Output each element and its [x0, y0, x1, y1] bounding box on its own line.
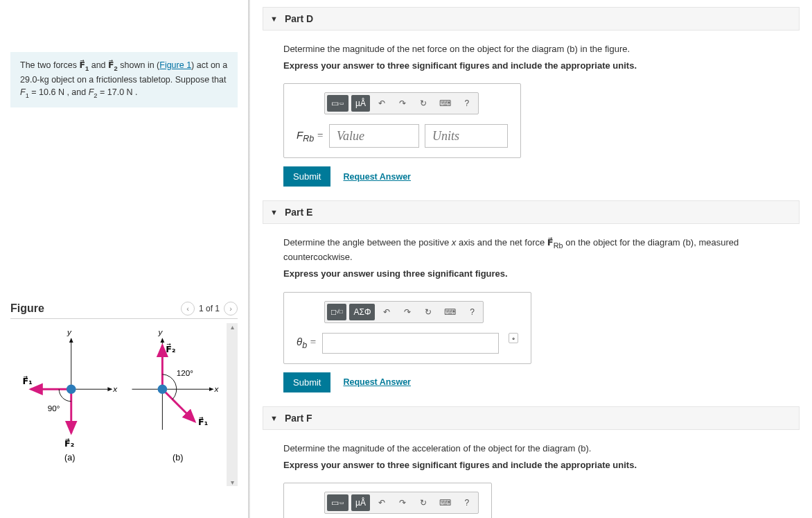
angle-b: 120°: [177, 368, 193, 377]
units-button[interactable]: µÅ: [351, 95, 370, 112]
part-e-submit-button[interactable]: Submit: [283, 372, 330, 392]
reset-button[interactable]: ↻: [419, 304, 437, 320]
part-e-value-input[interactable]: [322, 333, 499, 354]
part-f-answer-box: ▭▭ µÅ ↶ ↷ ↻ ⌨ ?: [283, 483, 492, 518]
redo-button[interactable]: ↷: [394, 494, 412, 511]
redo-button[interactable]: ↷: [394, 95, 412, 112]
figure-link[interactable]: Figure 1: [159, 60, 191, 70]
part-f-title: Part F: [285, 413, 312, 424]
part-e-instruct: Express your answer using three signific…: [283, 268, 793, 280]
label-f1-a: F⃗₁: [23, 376, 33, 386]
svg-point-4: [67, 384, 76, 394]
keyboard-button[interactable]: ⌨: [435, 95, 455, 112]
figure-heading: Figure: [10, 302, 44, 315]
figure-diagram: x y F⃗₁ F⃗₂ 90° (a) x y F⃗₂: [10, 323, 227, 469]
part-e-prompt: Determine the angle between the positive…: [283, 236, 793, 264]
part-d-header[interactable]: ▼ Part D: [263, 7, 800, 31]
part-d-units-input[interactable]: [425, 124, 508, 148]
redo-button[interactable]: ↷: [398, 304, 416, 320]
part-d-instruct: Express your answer to three significant…: [283, 60, 793, 72]
templates-button[interactable]: □√□: [327, 304, 346, 320]
part-e-answer-box: □√□ ΑΣΦ ↶ ↷ ↻ ⌨ ? θb = ∘: [283, 292, 531, 364]
angle-a: 90°: [48, 404, 60, 413]
reset-button[interactable]: ↻: [414, 95, 432, 112]
caret-down-icon: ▼: [270, 414, 278, 422]
svg-point-9: [158, 384, 168, 394]
axis-x-a: x: [112, 384, 118, 393]
part-f-toolbar: ▭▭ µÅ ↶ ↷ ↻ ⌨ ?: [324, 492, 479, 514]
caret-down-icon: ▼: [270, 15, 278, 23]
keyboard-button[interactable]: ⌨: [435, 494, 455, 511]
part-d-request-link[interactable]: Request Answer: [343, 172, 410, 182]
caption-b: (b): [173, 453, 183, 463]
label-f2-a: F⃗₂: [64, 438, 74, 449]
part-f-prompt: Determine the magnitude of the accelerat…: [283, 442, 793, 455]
undo-button[interactable]: ↶: [373, 95, 391, 112]
label-f2-b: F⃗₂: [166, 343, 175, 354]
part-d-title: Part D: [285, 13, 313, 24]
reset-button[interactable]: ↻: [414, 494, 432, 511]
right-panel: ▼ Part D Determine the magnitude of the …: [250, 0, 812, 518]
part-d-var: FRb =: [297, 129, 324, 144]
label-f1-b: F⃗₁: [198, 416, 208, 426]
units-button[interactable]: µÅ: [351, 494, 370, 511]
figure-prev-button[interactable]: ‹: [181, 302, 195, 316]
part-d-toolbar: ▭▭ µÅ ↶ ↷ ↻ ⌨ ?: [324, 92, 479, 114]
problem-statement: The two forces F⃗1 and F⃗2 shown in (Fig…: [10, 52, 238, 107]
keyboard-button[interactable]: ⌨: [440, 304, 460, 320]
part-f-header[interactable]: ▼ Part F: [263, 406, 800, 430]
part-e-header[interactable]: ▼ Part E: [263, 200, 800, 224]
axis-y-b: y: [158, 327, 164, 336]
caption-a: (a): [64, 453, 75, 463]
part-e-unit: ∘: [509, 333, 518, 343]
axis-y-a: y: [67, 327, 72, 336]
help-button[interactable]: ?: [458, 494, 476, 511]
caret-down-icon: ▼: [270, 208, 278, 216]
figure-nav: ‹ 1 of 1 ›: [181, 302, 238, 316]
part-d-prompt: Determine the magnitude of the net force…: [283, 43, 793, 55]
figure-counter: 1 of 1: [199, 304, 220, 313]
part-f-instruct: Express your answer to three significant…: [283, 459, 793, 472]
figure-next-button[interactable]: ›: [224, 302, 238, 316]
left-panel: The two forces F⃗1 and F⃗2 shown in (Fig…: [0, 0, 248, 518]
templates-button[interactable]: ▭▭: [327, 95, 348, 112]
scroll-up-icon[interactable]: ▴: [228, 323, 236, 331]
part-e-var: θb =: [297, 336, 317, 350]
part-d: ▼ Part D Determine the magnitude of the …: [263, 7, 800, 193]
figure-header: Figure ‹ 1 of 1 ›: [10, 302, 238, 319]
symbols-button[interactable]: ΑΣΦ: [349, 304, 375, 320]
scroll-down-icon[interactable]: ▾: [228, 478, 236, 486]
part-d-submit-button[interactable]: Submit: [283, 166, 330, 187]
part-f: ▼ Part F Determine the magnitude of the …: [263, 406, 800, 519]
axis-x-b: x: [213, 384, 219, 393]
part-d-value-input[interactable]: [329, 124, 419, 148]
undo-button[interactable]: ↶: [373, 494, 391, 511]
templates-button[interactable]: ▭▭: [327, 494, 348, 511]
part-e: ▼ Part E Determine the angle between the…: [263, 200, 800, 399]
figure-area: ▴ ▾ x y F⃗₁ F⃗₂: [10, 323, 238, 486]
help-button[interactable]: ?: [463, 304, 481, 320]
part-d-answer-box: ▭▭ µÅ ↶ ↷ ↻ ⌨ ? FRb =: [283, 83, 521, 158]
undo-button[interactable]: ↶: [378, 304, 396, 320]
part-e-title: Part E: [285, 207, 312, 218]
svg-line-8: [162, 389, 195, 422]
help-button[interactable]: ?: [458, 95, 476, 112]
part-e-request-link[interactable]: Request Answer: [343, 377, 410, 387]
part-e-toolbar: □√□ ΑΣΦ ↶ ↷ ↻ ⌨ ?: [324, 301, 484, 323]
